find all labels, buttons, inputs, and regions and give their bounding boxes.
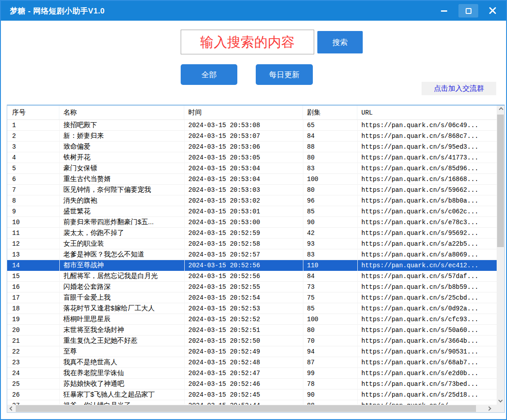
- row-episodes: 90: [303, 391, 357, 398]
- table-row[interactable]: 11 裴太太，你跑不掉了 2024-03-15 20:52:59 42 http…: [7, 228, 497, 239]
- scroll-right-button[interactable]: [485, 405, 492, 412]
- row-time: 2024-03-15 20:52:49: [184, 348, 303, 355]
- table-row[interactable]: 20 末世将至我全场封神 2024-03-15 20:52:51 80 http…: [7, 325, 497, 336]
- row-no: 14: [7, 262, 59, 269]
- table-row[interactable]: 14 都市至尊战神 2024-03-15 20:52:56 110 https:…: [7, 260, 497, 271]
- row-time: 2024-03-15 20:52:53: [184, 305, 303, 312]
- row-no: 12: [7, 240, 59, 248]
- row-no: 26: [7, 391, 59, 398]
- chevron-right-icon: [487, 407, 491, 411]
- row-time: 2024-03-15 20:52:45: [184, 391, 303, 398]
- table-row[interactable]: 21 重生复仇之王妃她不好惹 2024-03-15 20:52:50 70 ht…: [7, 336, 497, 346]
- row-episodes: 80: [303, 154, 357, 161]
- table-row[interactable]: 25 苏姑娘快收了神通吧 2024-03-15 20:52:46 78 http…: [7, 379, 497, 389]
- search-button[interactable]: 搜索: [317, 31, 363, 53]
- row-time: 2024-03-15 20:52:56: [184, 273, 303, 280]
- maximize-icon: [466, 8, 471, 14]
- header-no[interactable]: 序号: [7, 106, 59, 119]
- header-time[interactable]: 时间: [184, 106, 303, 119]
- window-title: 梦糖 - 网络短剧小助手V1.0: [10, 6, 105, 16]
- header-url[interactable]: URL: [357, 106, 497, 119]
- table-row[interactable]: 24 我在养老院里学诛仙 2024-03-15 20:52:47 99 http…: [7, 368, 497, 379]
- vertical-scrollbar[interactable]: [497, 106, 504, 405]
- table-row[interactable]: 1 接招吧殿下 2024-03-15 20:53:08 65 https://p…: [7, 120, 497, 131]
- close-button[interactable]: [483, 4, 503, 18]
- table-row[interactable]: 6 重生古代当赘婿 2024-03-15 20:53:04 100 https:…: [7, 174, 497, 185]
- table-row[interactable]: 19 梧桐叶里思星辰 2024-03-15 20:52:52 100 https…: [7, 314, 497, 325]
- row-episodes: 99: [303, 370, 357, 377]
- scroll-up-button[interactable]: [497, 106, 504, 113]
- row-episodes: 83: [303, 165, 357, 172]
- table-row[interactable]: 22 至尊 2024-03-15 20:52:49 94 https://pan…: [7, 346, 497, 357]
- maximize-button[interactable]: [458, 4, 478, 18]
- row-time: 2024-03-15 20:52:55: [184, 283, 303, 291]
- chevron-left-icon: [9, 407, 14, 411]
- row-episodes: 73: [303, 283, 357, 291]
- chevron-down-icon: [498, 398, 503, 402]
- row-time: 2024-03-15 20:53:02: [184, 197, 303, 204]
- row-no: 10: [7, 219, 59, 226]
- row-url: https://pan.quark.cn/s/90531...: [357, 348, 497, 355]
- row-name: 末世将至我全场封神: [59, 326, 184, 334]
- scroll-down-button[interactable]: [497, 397, 504, 405]
- table-row[interactable]: 3 致命偏爱 2024-03-15 20:53:06 88 https://pa…: [7, 141, 497, 152]
- row-url: https://pan.quark.cn/s/c062c...: [357, 208, 497, 215]
- horizontal-scroll-thumb[interactable]: [16, 405, 476, 412]
- row-episodes: 80: [303, 186, 357, 194]
- table-row[interactable]: 4 铁树开花 2024-03-15 20:53:05 80 https://pa…: [7, 152, 497, 163]
- row-no: 20: [7, 327, 59, 334]
- search-input[interactable]: [181, 30, 314, 54]
- row-name: 都市至尊战神: [59, 261, 184, 270]
- row-url: https://pan.quark.cn/s/3664b...: [357, 337, 497, 345]
- row-url: https://pan.quark.cn/s/b8b0a...: [357, 197, 497, 204]
- table-row[interactable]: 12 女王的职业装 2024-03-15 20:52:58 93 https:/…: [7, 239, 497, 249]
- header-episodes[interactable]: 剧集: [303, 106, 357, 119]
- row-episodes: 93: [303, 240, 357, 248]
- row-no: 19: [7, 316, 59, 323]
- horizontal-scrollbar[interactable]: [7, 405, 497, 412]
- row-url: https://pan.quark.cn/s/e2d0b...: [357, 370, 497, 377]
- row-name: 致命偏爱: [59, 142, 184, 151]
- join-group-link[interactable]: 点击加入交流群: [422, 82, 496, 95]
- row-name: 重生复仇之王妃她不好惹: [59, 336, 184, 345]
- header-name[interactable]: 名称: [59, 106, 184, 119]
- window-controls: [434, 1, 503, 21]
- row-time: 2024-03-15 20:53:01: [184, 208, 303, 215]
- filter-all-button[interactable]: 全部: [181, 64, 237, 85]
- row-episodes: 85: [303, 305, 357, 312]
- row-time: 2024-03-15 20:53:03: [184, 186, 303, 194]
- row-no: 7: [7, 186, 59, 194]
- table-row[interactable]: 17 盲眼千金爱上我 2024-03-15 20:52:54 75 https:…: [7, 292, 497, 303]
- row-time: 2024-03-15 20:53:04: [184, 176, 303, 183]
- minimize-button[interactable]: [434, 4, 454, 18]
- table-row[interactable]: 8 消失的旗袍 2024-03-15 20:53:02 96 https://p…: [7, 195, 497, 206]
- row-name: 消失的旗袍: [59, 196, 184, 205]
- table-row[interactable]: 27 祖爷，你认错白月光了 2024-03-15 20:52:44 88 htt…: [7, 400, 497, 405]
- row-url: https://pan.quark.cn/s/ec412...: [357, 262, 497, 269]
- vertical-scroll-thumb[interactable]: [497, 115, 504, 247]
- table-row[interactable]: 7 医见钟情，奈何陛下偏要宠我 2024-03-15 20:53:03 80 h…: [7, 185, 497, 195]
- row-episodes: 65: [303, 122, 357, 129]
- row-name: 裴太太，你跑不掉了: [59, 229, 184, 237]
- row-no: 3: [7, 143, 59, 150]
- row-no: 1: [7, 122, 59, 129]
- table-row[interactable]: 26 狂暴家丁$飞驰人生之超品家丁 2024-03-15 20:52:45 90…: [7, 389, 497, 400]
- table-row[interactable]: 15 扎醒将军，居然忘记我是白月光 2024-03-15 20:52:56 84…: [7, 271, 497, 282]
- row-url: https://pan.quark.cn/s/868c7...: [357, 133, 497, 140]
- row-name: 铁树开花: [59, 153, 184, 162]
- scroll-left-button[interactable]: [7, 405, 15, 412]
- row-url: https://pan.quark.cn/s/0d92a...: [357, 305, 497, 312]
- table-row[interactable]: 9 盛世繁花 2024-03-15 20:53:01 85 https://pa…: [7, 206, 497, 217]
- filter-daily-update-button[interactable]: 每日更新: [256, 64, 313, 85]
- row-no: 6: [7, 176, 59, 183]
- table-row[interactable]: 10 前妻归来带四崽炸翻豪门$五... 2024-03-15 20:53:00 …: [7, 217, 497, 228]
- table-row[interactable]: 16 闪婚老公套路深 2024-03-15 20:52:55 73 https:…: [7, 282, 497, 292]
- row-time: 2024-03-15 20:52:59: [184, 230, 303, 237]
- table-row[interactable]: 13 老爹是神医？我怎么不知道 2024-03-15 20:52:57 83 h…: [7, 249, 497, 260]
- row-time: 2024-03-15 20:52:50: [184, 337, 303, 345]
- table-row[interactable]: 2 新：娇妻归来 2024-03-15 20:53:07 84 https://…: [7, 131, 497, 141]
- table-row[interactable]: 5 豪门女保镖 2024-03-15 20:53:04 83 https://p…: [7, 163, 497, 174]
- row-url: https://pan.quark.cn/s/a22b5...: [357, 240, 497, 248]
- table-row[interactable]: 23 我真不是绝世高人 2024-03-15 20:52:48 87 https…: [7, 357, 497, 368]
- table-row[interactable]: 18 落花时节又逢君$嫁给厂工大人 2024-03-15 20:52:53 85…: [7, 303, 497, 314]
